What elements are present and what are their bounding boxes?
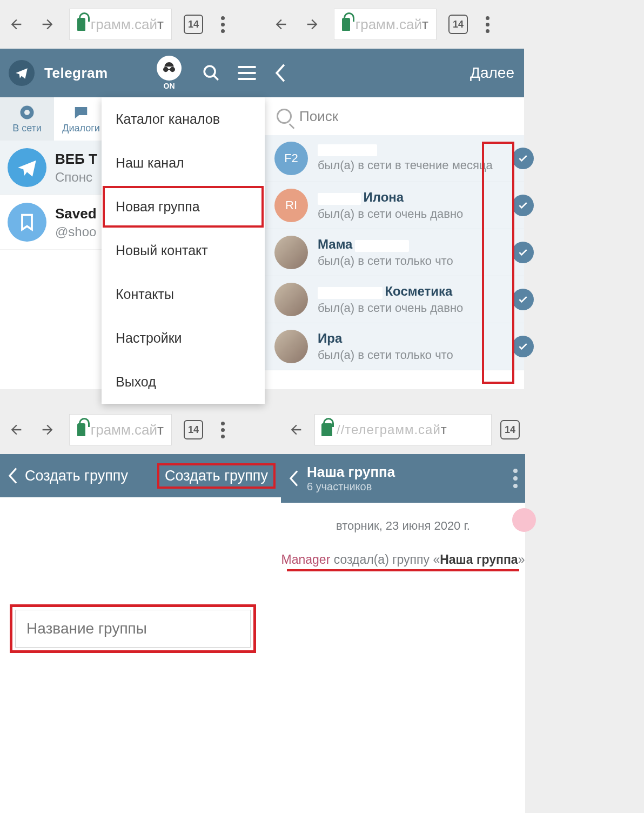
incognito-label: ON (164, 82, 175, 90)
check-icon (512, 195, 534, 216)
back-chevron-icon[interactable] (289, 470, 299, 487)
browser-bar-3: грамм.сайт 14 (0, 405, 281, 454)
tab-dialogs[interactable]: Диалоги (54, 97, 108, 141)
tab-online[interactable]: В сети (0, 97, 54, 141)
tab-count[interactable]: 14 (500, 420, 520, 439)
contact-row[interactable]: Мама был(а) в сети только что (265, 229, 524, 276)
lock-icon (321, 423, 332, 436)
group-name-input[interactable] (15, 610, 251, 648)
url-text: грамм.сай (91, 422, 157, 438)
header-title: Создать группу (25, 468, 128, 484)
menu-new-group[interactable]: Новая группа (102, 185, 265, 229)
forward-icon[interactable] (303, 15, 322, 34)
contacts-list: F2 был(а) в сети в течение месяца RI Ило… (265, 135, 524, 370)
group-title: Наша группа (307, 464, 395, 481)
search-icon[interactable] (202, 64, 220, 82)
tab-count[interactable]: 14 (448, 15, 468, 34)
disc-icon (18, 104, 36, 121)
back-icon[interactable] (271, 15, 291, 34)
panel-3: грамм.сайт 14 Создать группу Создать гру… (0, 405, 281, 813)
create-group-header: Создать группу Создать группу (0, 454, 281, 497)
panel-4: //телеграмм.сайт 14 Наша группа 6 участн… (281, 405, 525, 813)
back-icon[interactable] (286, 420, 306, 439)
svg-line-1 (213, 75, 218, 80)
menu-contacts[interactable]: Контакты (102, 272, 265, 316)
avatar (274, 330, 308, 363)
lock-icon (77, 18, 85, 31)
panel-1: грамм.сайт 14 Telegram ON В сети Диалоги (0, 0, 265, 389)
avatar (8, 148, 46, 187)
app-title: Telegram (44, 65, 108, 82)
incognito-toggle[interactable]: ON (157, 56, 182, 90)
address-bar[interactable]: грамм.сайт (69, 9, 172, 40)
menu-settings[interactable]: Настройки (102, 316, 265, 360)
avatar (274, 236, 308, 269)
tab-count[interactable]: 14 (184, 15, 203, 34)
telegram-logo-icon (9, 60, 35, 86)
date-line: вторник, 23 июня 2020 г. (281, 519, 525, 533)
kebab-icon[interactable] (480, 16, 495, 33)
chat-name: Saved (55, 205, 97, 222)
contact-status: был(а) в сети в течение месяца (318, 158, 514, 172)
forward-icon[interactable] (38, 15, 57, 34)
browser-bar-2: грамм.сайт 14 (265, 0, 524, 49)
back-chevron-icon[interactable] (274, 64, 286, 82)
check-icon (512, 289, 534, 310)
avatar-bubble (512, 508, 536, 532)
avatar (8, 203, 46, 242)
create-button[interactable]: Создать группу (159, 465, 273, 487)
check-icon (512, 336, 534, 357)
contact-row[interactable]: Ира был(а) в сети только что (265, 323, 524, 370)
search-placeholder: Поиск (299, 108, 338, 125)
tab-count[interactable]: 14 (184, 420, 203, 439)
forward-icon[interactable] (38, 420, 57, 439)
menu-icon[interactable] (238, 66, 256, 80)
chat-sub: Спонс (55, 170, 97, 185)
avatar: F2 (274, 142, 308, 175)
url-text: //телеграмм.сай (337, 422, 441, 437)
chat-icon (72, 104, 90, 121)
menu-logout[interactable]: Выход (102, 360, 265, 404)
contact-status: был(а) в сети очень давно (318, 207, 514, 221)
url-text: грамм.сай (91, 16, 157, 32)
menu-our-channel[interactable]: Наш канал (102, 141, 265, 185)
tab-label: Диалоги (62, 123, 100, 134)
back-icon[interactable] (6, 420, 26, 439)
address-bar[interactable]: грамм.сайт (69, 414, 172, 445)
incognito-icon (157, 56, 182, 81)
contact-row[interactable]: RI Илона был(а) в сети очень давно (265, 182, 524, 229)
sys-user: Manager (281, 552, 331, 567)
contact-name: Мама (318, 237, 514, 252)
search-row[interactable]: Поиск (265, 97, 524, 135)
contact-name: Косметика (318, 284, 514, 299)
address-bar[interactable]: //телеграмм.сайт (314, 414, 492, 445)
back-icon[interactable] (6, 15, 26, 34)
contact-status: был(а) в сети только что (318, 348, 514, 362)
back-chevron-icon[interactable] (8, 468, 18, 484)
browser-bar-4: //телеграмм.сайт 14 (281, 405, 525, 454)
contact-row[interactable]: Косметика был(а) в сети очень давно (265, 276, 524, 323)
lock-icon (342, 18, 350, 31)
avatar: RI (274, 189, 308, 222)
search-icon (277, 109, 292, 124)
kebab-icon[interactable] (215, 16, 230, 33)
next-button[interactable]: Далее (470, 64, 514, 82)
contact-name: Илона (318, 190, 514, 205)
more-icon[interactable] (513, 469, 518, 488)
group-members: 6 участников (307, 481, 395, 493)
dropdown-menu: Каталог каналов Наш канал Новая группа Н… (102, 97, 265, 404)
check-icon (512, 242, 534, 263)
svg-point-3 (24, 110, 30, 115)
check-icon (512, 148, 534, 169)
svg-point-0 (204, 66, 215, 77)
menu-new-contact[interactable]: Новый контакт (102, 229, 265, 272)
contact-name (318, 144, 514, 156)
address-bar[interactable]: грамм.сайт (334, 9, 437, 40)
contact-row[interactable]: F2 был(а) в сети в течение месяца (265, 135, 524, 182)
contacts-header: Далее (265, 49, 524, 97)
kebab-icon[interactable] (215, 422, 230, 438)
chat-name: ВЕБ Т (55, 151, 97, 168)
tab-label: В сети (12, 123, 42, 134)
chat-sub: @shoo (55, 224, 97, 239)
menu-catalog[interactable]: Каталог каналов (102, 97, 265, 141)
